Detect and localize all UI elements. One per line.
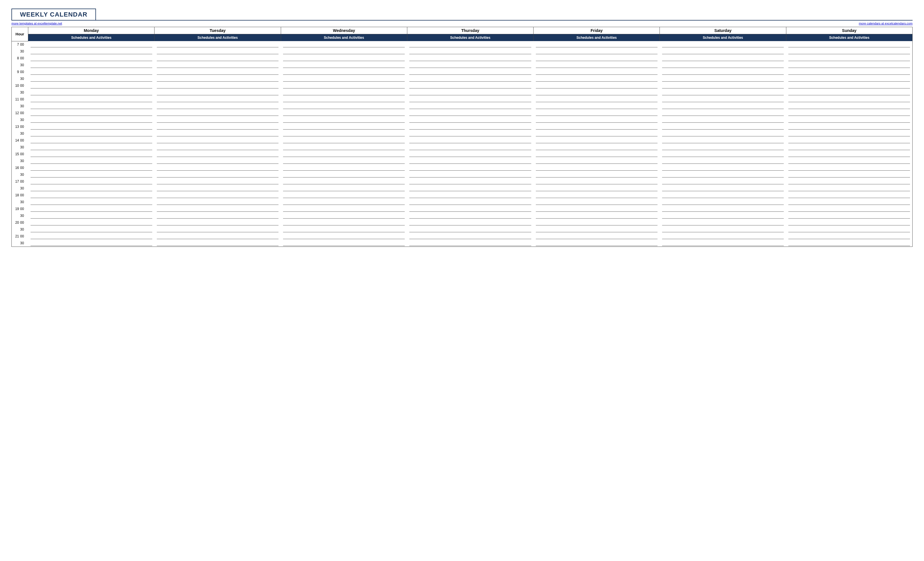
schedule-slot[interactable] [281,109,407,117]
schedule-slot[interactable] [28,82,154,89]
schedule-slot[interactable] [786,123,912,130]
schedule-slot[interactable] [786,89,912,96]
schedule-slot[interactable] [28,171,154,178]
schedule-slot[interactable] [407,165,533,171]
schedule-slot[interactable] [786,61,912,69]
schedule-slot[interactable] [534,192,660,199]
schedule-slot[interactable] [534,48,660,55]
schedule-slot[interactable] [786,178,912,185]
schedule-slot[interactable] [534,55,660,61]
link-more-calendars[interactable]: more calendars at excelcalendars.com [859,22,913,25]
schedule-slot[interactable] [660,144,786,151]
schedule-slot[interactable] [407,240,533,247]
schedule-slot[interactable] [534,96,660,103]
link-more-templates[interactable]: more templates at exceltemplate.net [11,22,62,25]
schedule-slot[interactable] [154,157,281,165]
schedule-slot[interactable] [154,199,281,205]
schedule-slot[interactable] [154,109,281,117]
schedule-slot[interactable] [786,212,912,219]
schedule-slot[interactable] [281,89,407,96]
schedule-slot[interactable] [660,103,786,109]
schedule-slot[interactable] [407,226,533,233]
schedule-slot[interactable] [281,165,407,171]
schedule-slot[interactable] [154,233,281,240]
schedule-slot[interactable] [786,240,912,247]
schedule-slot[interactable] [660,219,786,226]
schedule-slot[interactable] [534,89,660,96]
schedule-slot[interactable] [660,48,786,55]
schedule-slot[interactable] [534,226,660,233]
schedule-slot[interactable] [786,165,912,171]
schedule-slot[interactable] [786,185,912,192]
schedule-slot[interactable] [534,233,660,240]
schedule-slot[interactable] [28,165,154,171]
schedule-slot[interactable] [660,151,786,157]
schedule-slot[interactable] [786,55,912,61]
schedule-slot[interactable] [534,144,660,151]
schedule-slot[interactable] [534,103,660,109]
schedule-slot[interactable] [407,171,533,178]
schedule-slot[interactable] [28,219,154,226]
schedule-slot[interactable] [786,151,912,157]
schedule-slot[interactable] [786,171,912,178]
schedule-slot[interactable] [660,165,786,171]
schedule-slot[interactable] [534,212,660,219]
schedule-slot[interactable] [407,185,533,192]
schedule-slot[interactable] [407,123,533,130]
schedule-slot[interactable] [154,219,281,226]
schedule-slot[interactable] [534,185,660,192]
schedule-slot[interactable] [154,165,281,171]
schedule-slot[interactable] [28,41,154,48]
schedule-slot[interactable] [154,226,281,233]
schedule-slot[interactable] [28,75,154,82]
schedule-slot[interactable] [281,123,407,130]
schedule-slot[interactable] [660,185,786,192]
schedule-slot[interactable] [281,171,407,178]
schedule-slot[interactable] [28,117,154,123]
schedule-slot[interactable] [28,69,154,75]
schedule-slot[interactable] [281,75,407,82]
schedule-slot[interactable] [28,109,154,117]
schedule-slot[interactable] [281,69,407,75]
schedule-slot[interactable] [407,89,533,96]
schedule-slot[interactable] [786,205,912,212]
schedule-slot[interactable] [28,212,154,219]
schedule-slot[interactable] [154,123,281,130]
schedule-slot[interactable] [660,69,786,75]
schedule-slot[interactable] [660,171,786,178]
schedule-slot[interactable] [660,75,786,82]
schedule-slot[interactable] [281,55,407,61]
schedule-slot[interactable] [407,75,533,82]
schedule-slot[interactable] [534,130,660,137]
schedule-slot[interactable] [407,55,533,61]
schedule-slot[interactable] [281,199,407,205]
schedule-slot[interactable] [407,137,533,144]
schedule-slot[interactable] [407,48,533,55]
schedule-slot[interactable] [154,137,281,144]
schedule-slot[interactable] [154,171,281,178]
schedule-slot[interactable] [534,109,660,117]
schedule-slot[interactable] [660,157,786,165]
schedule-slot[interactable] [281,233,407,240]
schedule-slot[interactable] [28,205,154,212]
schedule-slot[interactable] [534,240,660,247]
schedule-slot[interactable] [660,205,786,212]
schedule-slot[interactable] [28,137,154,144]
schedule-slot[interactable] [660,117,786,123]
schedule-slot[interactable] [281,151,407,157]
schedule-slot[interactable] [28,123,154,130]
schedule-slot[interactable] [154,205,281,212]
schedule-slot[interactable] [28,233,154,240]
schedule-slot[interactable] [534,205,660,212]
schedule-slot[interactable] [28,199,154,205]
schedule-slot[interactable] [534,82,660,89]
schedule-slot[interactable] [281,157,407,165]
schedule-slot[interactable] [28,240,154,247]
schedule-slot[interactable] [534,69,660,75]
schedule-slot[interactable] [28,96,154,103]
schedule-slot[interactable] [786,41,912,48]
schedule-slot[interactable] [281,96,407,103]
schedule-slot[interactable] [154,130,281,137]
schedule-slot[interactable] [407,157,533,165]
schedule-slot[interactable] [534,171,660,178]
